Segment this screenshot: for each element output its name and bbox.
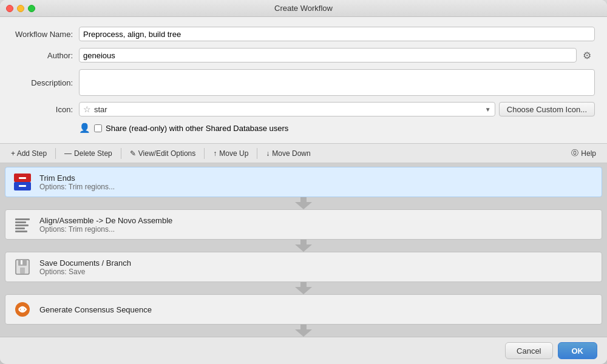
step-item[interactable]: Save Documents / Branch Options: Save	[5, 252, 602, 282]
arrow-up-icon: ↑	[213, 149, 217, 158]
icon-row: Icon: ☆ star ▼ Choose Custom Icon...	[12, 102, 595, 116]
step-text: Generate Consensus Sequence	[39, 305, 594, 314]
toolbar-separator-4	[257, 148, 257, 159]
step-name: Trim Ends	[39, 174, 594, 183]
window-controls	[6, 5, 35, 12]
step-options: Options: Trim regions...	[39, 225, 594, 234]
ok-button[interactable]: OK	[558, 342, 598, 359]
icon-label: Icon:	[12, 105, 79, 114]
save-documents-icon	[13, 257, 32, 277]
step-options: Options: Trim regions...	[39, 183, 594, 191]
author-row: Author: ⚙	[12, 47, 595, 63]
steps-toolbar: + Add Step — Delete Step ✎ View/Edit Opt…	[0, 143, 607, 163]
toolbar-separator-2	[121, 148, 121, 159]
step-options: Options: Save	[39, 268, 594, 276]
align-assemble-icon	[13, 215, 32, 234]
cancel-button[interactable]: Cancel	[505, 342, 552, 359]
add-step-button[interactable]: + Add Step	[6, 147, 52, 160]
svg-rect-7	[15, 228, 25, 229]
edit-icon: ✎	[130, 149, 136, 158]
step-name: Generate Consensus Sequence	[39, 305, 594, 314]
svg-rect-11	[20, 268, 25, 274]
svg-rect-2	[19, 177, 26, 179]
choose-custom-icon-button[interactable]: Choose Custom Icon...	[499, 102, 595, 116]
svg-rect-3	[19, 185, 26, 187]
create-workflow-dialog: Create Workflow Workflow Name: Author: ⚙…	[0, 0, 607, 364]
step-name: Align/Assemble -> De Novo Assemble	[39, 216, 594, 225]
consensus-sequence-icon	[13, 300, 32, 319]
share-row: 👤 Share (read-only) with other Shared Da…	[12, 123, 595, 133]
step-item[interactable]: Generate Consensus Sequence	[5, 294, 602, 325]
svg-rect-6	[15, 224, 29, 226]
help-button[interactable]: ⓪ Help	[566, 146, 601, 160]
step-arrow-4	[295, 325, 312, 337]
form-area: Workflow Name: Author: ⚙ Description: Ic…	[0, 17, 607, 143]
author-label: Author:	[12, 51, 79, 60]
maximize-button[interactable]	[28, 5, 35, 12]
svg-rect-4	[15, 218, 30, 220]
workflow-name-input[interactable]	[79, 27, 595, 41]
trim-ends-icon	[13, 172, 32, 192]
title-bar: Create Workflow	[0, 0, 607, 17]
share-label: Share (read-only) with other Shared Data…	[106, 124, 288, 133]
arrow-down-icon: ↓	[266, 149, 270, 158]
description-input[interactable]	[79, 69, 595, 96]
steps-area: Trim Ends Options: Trim regions...	[0, 163, 607, 337]
close-button[interactable]	[6, 5, 13, 12]
step-item[interactable]: Trim Ends Options: Trim regions...	[5, 167, 602, 197]
view-edit-options-button[interactable]: ✎ View/Edit Options	[125, 147, 201, 160]
description-row: Description:	[12, 69, 595, 96]
chevron-down-icon: ▼	[485, 106, 491, 113]
toolbar-separator-3	[204, 148, 205, 159]
user-icon: 👤	[79, 123, 90, 133]
author-input-wrap: ⚙	[79, 47, 595, 63]
step-text: Trim Ends Options: Trim regions...	[39, 174, 594, 191]
dialog-title: Create Workflow	[274, 4, 333, 13]
step-arrow-2	[295, 240, 312, 252]
step-name: Save Documents / Branch	[39, 258, 594, 268]
delete-step-button[interactable]: — Delete Step	[59, 147, 117, 160]
toolbar-separator-1	[55, 148, 56, 159]
author-input[interactable]	[79, 48, 577, 62]
svg-rect-12	[21, 260, 22, 265]
step-item[interactable]: Align/Assemble -> De Novo Assemble Optio…	[5, 209, 602, 240]
step-text: Align/Assemble -> De Novo Assemble Optio…	[39, 216, 594, 234]
help-icon: ⓪	[571, 148, 578, 158]
arrow-connector-4	[5, 325, 602, 337]
share-checkbox[interactable]	[94, 124, 102, 132]
dialog-footer: Cancel OK	[0, 337, 607, 364]
minimize-button[interactable]	[17, 5, 24, 12]
workflow-name-row: Workflow Name:	[12, 27, 595, 41]
minus-icon: —	[64, 149, 72, 158]
description-label: Description:	[12, 78, 79, 87]
star-icon: ☆	[83, 104, 91, 114]
arrow-connector-1	[5, 197, 602, 209]
arrow-connector-3	[5, 282, 602, 294]
author-settings-button[interactable]: ⚙	[579, 47, 595, 63]
svg-rect-8	[15, 231, 27, 232]
move-down-button[interactable]: ↓ Move Down	[261, 147, 315, 160]
svg-point-14	[21, 308, 24, 311]
step-arrow-1	[295, 197, 312, 209]
move-up-button[interactable]: ↑ Move Up	[208, 147, 253, 160]
workflow-name-label: Workflow Name:	[12, 30, 79, 39]
step-text: Save Documents / Branch Options: Save	[39, 258, 594, 276]
step-arrow-3	[295, 282, 312, 294]
icon-select-label: star	[94, 105, 485, 114]
arrow-connector-2	[5, 240, 602, 252]
svg-rect-5	[15, 221, 26, 223]
icon-select[interactable]: ☆ star ▼	[79, 102, 495, 116]
